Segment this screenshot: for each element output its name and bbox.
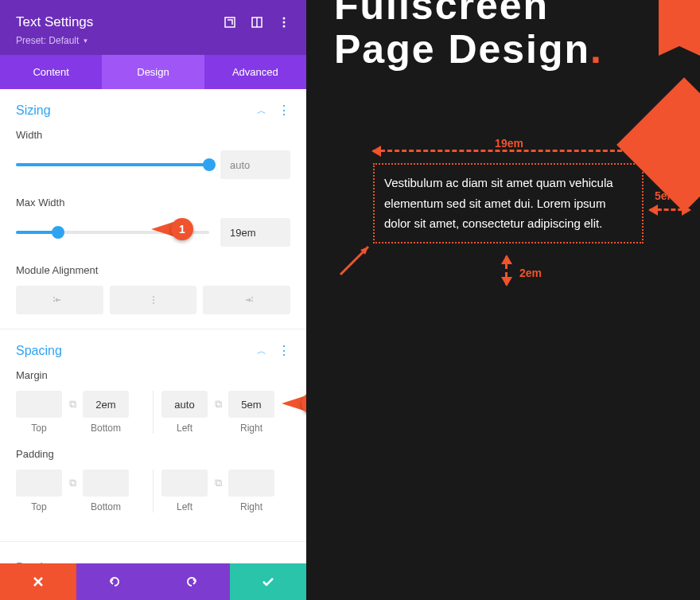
padding-bottom-label: Bottom (91, 501, 121, 512)
link-icon[interactable]: ⧉ (208, 469, 228, 497)
callout-1: 1 (171, 218, 193, 240)
spacing-title: Spacing (16, 344, 62, 358)
padding-label: Padding (16, 448, 290, 460)
panel-body[interactable]: Sizing ︿ ⋮ Width Max Width (0, 89, 306, 563)
columns-icon[interactable] (251, 16, 263, 29)
ribbon-icon (659, 0, 700, 46)
caret-down-icon: ▼ (82, 37, 88, 45)
preview-canvas: Fullscreen Page Design. 19em Vestibulum … (306, 0, 700, 600)
panel-header: Text Settings Preset: Default ▼ (0, 0, 306, 55)
svg-point-5 (283, 25, 286, 28)
expand-icon[interactable] (224, 16, 236, 29)
width-input[interactable] (220, 150, 290, 179)
tab-content[interactable]: Content (0, 55, 102, 89)
undo-button[interactable] (76, 563, 153, 600)
collapse-icon[interactable]: ︿ (257, 345, 266, 358)
margin-right-label: Right (240, 423, 262, 434)
tab-design[interactable]: Design (102, 55, 204, 89)
spacing-section: Spacing ︿ ⋮ Margin Top ⧉ Bottom Left ⧉ R… (0, 329, 306, 542)
margin-top-label: Top (31, 423, 46, 434)
padding-left-label: Left (177, 501, 192, 512)
arrow-horizontal-icon (373, 150, 644, 152)
margin-left-label: Left (177, 423, 192, 434)
maxwidth-label: Max Width (16, 197, 290, 208)
section-more-icon[interactable]: ⋮ (278, 345, 290, 357)
heading-line-2: Fullscreen (334, 0, 603, 28)
alignment-label: Module Alignment (16, 264, 290, 276)
padding-top-input[interactable] (16, 469, 62, 497)
arrow-vertical-icon (505, 256, 508, 285)
maxwidth-input[interactable] (220, 218, 290, 247)
preset-label: Preset: Default (16, 35, 79, 46)
settings-panel: Text Settings Preset: Default ▼ Content … (0, 0, 306, 600)
more-icon[interactable] (278, 16, 290, 29)
collapse-icon[interactable]: ︿ (257, 104, 266, 118)
padding-top-label: Top (31, 501, 46, 512)
preview-heading: Fullscreen Page Design. (334, 0, 603, 72)
preview-text-box: Vestibulum ac diam sit amet quam vehicul… (373, 163, 644, 244)
border-section[interactable]: Border ﹀ (0, 542, 306, 563)
heading-line-3: Page Design (334, 27, 590, 72)
svg-rect-0 (225, 18, 235, 27)
sizing-title: Sizing (16, 103, 51, 118)
width-slider[interactable] (16, 163, 209, 166)
preset-selector[interactable]: Preset: Default ▼ (16, 35, 88, 46)
redo-button[interactable] (154, 563, 230, 600)
pointer-arrow-icon (336, 239, 376, 279)
panel-footer (0, 563, 306, 600)
save-button[interactable] (230, 563, 306, 600)
sizing-section: Sizing ︿ ⋮ Width Max Width (0, 89, 306, 329)
align-right-button[interactable] (203, 286, 290, 314)
section-more-icon[interactable]: ⋮ (278, 104, 290, 117)
margin-left-input[interactable] (161, 391, 208, 418)
tab-advanced[interactable]: Advanced (204, 55, 306, 89)
margin-label: Margin (16, 369, 290, 381)
dimension-bottom-label: 2em (519, 267, 542, 279)
dimension-right-label: 5em (655, 189, 677, 202)
svg-point-3 (283, 18, 286, 20)
preview-body-text: Vestibulum ac diam sit amet quam vehicul… (384, 176, 613, 230)
align-left-button[interactable] (16, 286, 103, 314)
margin-right-input[interactable] (228, 391, 274, 418)
padding-right-input[interactable] (228, 469, 274, 497)
padding-right-label: Right (240, 501, 262, 512)
link-icon[interactable]: ⧉ (62, 469, 83, 497)
dimension-top-label: 19em (379, 137, 639, 150)
callout-pointer-icon (151, 222, 173, 236)
cancel-button[interactable] (0, 563, 76, 600)
panel-title: Text Settings (16, 14, 93, 30)
link-icon[interactable]: ⧉ (208, 391, 228, 418)
arrow-right-icon (650, 208, 690, 211)
padding-bottom-input[interactable] (83, 469, 129, 497)
callout-pointer-icon (282, 396, 304, 411)
svg-point-4 (283, 21, 286, 24)
tabs: Content Design Advanced (0, 55, 306, 89)
margin-bottom-input[interactable] (83, 391, 129, 418)
margin-bottom-label: Bottom (91, 423, 121, 434)
margin-top-input[interactable] (16, 391, 62, 418)
link-icon[interactable]: ⧉ (62, 391, 83, 418)
align-center-button[interactable] (110, 286, 197, 314)
accent-dot-icon: . (590, 27, 603, 72)
width-label: Width (16, 129, 290, 141)
padding-left-input[interactable] (161, 469, 208, 497)
